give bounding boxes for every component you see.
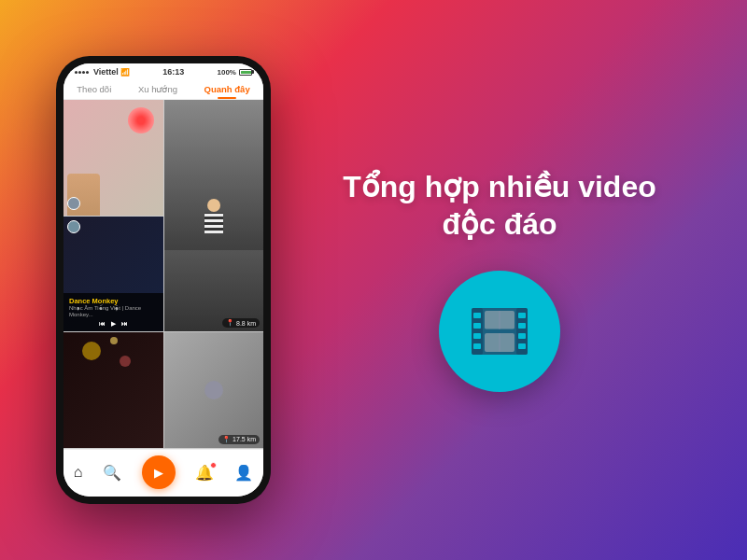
nav-notifications[interactable]: 🔔 bbox=[195, 464, 214, 482]
carrier-label: Viettel bbox=[93, 67, 119, 77]
video-button[interactable]: ▶ bbox=[142, 455, 176, 489]
video-cell-1[interactable] bbox=[63, 100, 163, 216]
battery-icon bbox=[239, 69, 252, 76]
video-cell-3[interactable]: Dance Monkey Nhạc Âm Tiếng Việt | Dance … bbox=[63, 217, 163, 332]
film-reel-svg bbox=[462, 294, 537, 369]
bell-icon: 🔔 bbox=[195, 464, 214, 482]
music-title: Dance Monkey bbox=[69, 297, 158, 305]
profile-icon: 👤 bbox=[234, 464, 253, 482]
play-button[interactable]: ▶ bbox=[111, 320, 116, 328]
avatar-cell3 bbox=[67, 220, 80, 233]
music-subtitle: Nhạc Âm Tiếng Việt | Dance Monkey... bbox=[69, 305, 158, 318]
status-right: 100% bbox=[218, 68, 252, 77]
bokeh-1 bbox=[82, 342, 101, 360]
nav-video[interactable]: ▶ bbox=[142, 455, 176, 489]
cell-2-content bbox=[164, 100, 264, 331]
bottom-navigation: ⌂ 🔍 ▶ 🔔 👤 bbox=[63, 449, 263, 497]
bokeh-2 bbox=[120, 356, 131, 367]
bokeh-3 bbox=[110, 337, 118, 344]
content-grid: 📍 8.8 km Dance Monkey Nhạc Âm Tiếng Việt… bbox=[63, 100, 263, 449]
tab-quanh-day[interactable]: Quanh đây bbox=[199, 82, 256, 99]
music-overlay: Dance Monkey Nhạc Âm Tiếng Việt | Dance … bbox=[63, 293, 163, 331]
flower-decoration bbox=[128, 107, 154, 133]
nav-home[interactable]: ⌂ bbox=[74, 464, 83, 481]
headline-line2: độc đáo bbox=[343, 205, 656, 243]
loc-icon-5: 📍 bbox=[222, 436, 231, 443]
main-container: Viettel 📶 16:13 100% Theo dõi Xu hướng Q… bbox=[0, 0, 747, 560]
next-button[interactable]: ⏭ bbox=[121, 320, 128, 328]
nav-search[interactable]: 🔍 bbox=[103, 464, 121, 482]
svg-rect-9 bbox=[518, 333, 526, 339]
status-left: Viettel 📶 bbox=[75, 67, 130, 77]
svg-rect-10 bbox=[518, 343, 526, 349]
wifi-icon: 📶 bbox=[120, 68, 130, 77]
signal-dots bbox=[75, 71, 89, 74]
nav-tabs: Theo dõi Xu hướng Quanh đây bbox=[63, 78, 263, 100]
phone-screen: Viettel 📶 16:13 100% Theo dõi Xu hướng Q… bbox=[63, 63, 263, 497]
svg-rect-6 bbox=[473, 343, 481, 349]
cell-5-bg bbox=[164, 332, 264, 448]
thumbnail-placeholder bbox=[204, 381, 223, 399]
status-bar: Viettel 📶 16:13 100% bbox=[63, 63, 263, 78]
nav-profile[interactable]: 👤 bbox=[234, 464, 253, 482]
video-cell-5[interactable]: 📍 17.5 km bbox=[164, 332, 264, 448]
tab-theo-doi[interactable]: Theo dõi bbox=[71, 82, 117, 99]
time-label: 16:13 bbox=[162, 67, 184, 77]
distance-badge-5: 📍 17.5 km bbox=[218, 435, 260, 444]
tab-xu-huong[interactable]: Xu hướng bbox=[133, 82, 183, 99]
battery-percent: 100% bbox=[218, 68, 236, 77]
svg-rect-5 bbox=[473, 333, 481, 339]
video-icon: ▶ bbox=[154, 466, 163, 480]
film-reel-icon bbox=[439, 271, 560, 392]
video-cell-4[interactable] bbox=[63, 332, 163, 448]
biker-figure bbox=[204, 199, 223, 233]
svg-rect-7 bbox=[518, 313, 526, 318]
prev-button[interactable]: ⏮ bbox=[99, 320, 106, 328]
avatar-cell1 bbox=[67, 197, 80, 210]
svg-rect-3 bbox=[473, 313, 481, 318]
location-pin-icon: 📍 bbox=[226, 319, 234, 327]
svg-rect-4 bbox=[473, 323, 481, 329]
search-icon: 🔍 bbox=[103, 464, 121, 482]
home-icon: ⌂ bbox=[74, 464, 83, 481]
right-panel: Tổng hợp nhiều video độc đáo bbox=[271, 168, 691, 392]
svg-rect-8 bbox=[518, 323, 526, 329]
phone-mockup: Viettel 📶 16:13 100% Theo dõi Xu hướng Q… bbox=[56, 56, 271, 504]
headline-text: Tổng hợp nhiều video độc đáo bbox=[343, 168, 656, 243]
music-controls[interactable]: ⏮ ▶ ⏭ bbox=[69, 320, 158, 328]
video-cell-2[interactable]: 📍 8.8 km bbox=[164, 100, 264, 331]
distance-badge-2: 📍 8.8 km bbox=[222, 318, 260, 328]
headline-line1: Tổng hợp nhiều video bbox=[343, 168, 656, 205]
